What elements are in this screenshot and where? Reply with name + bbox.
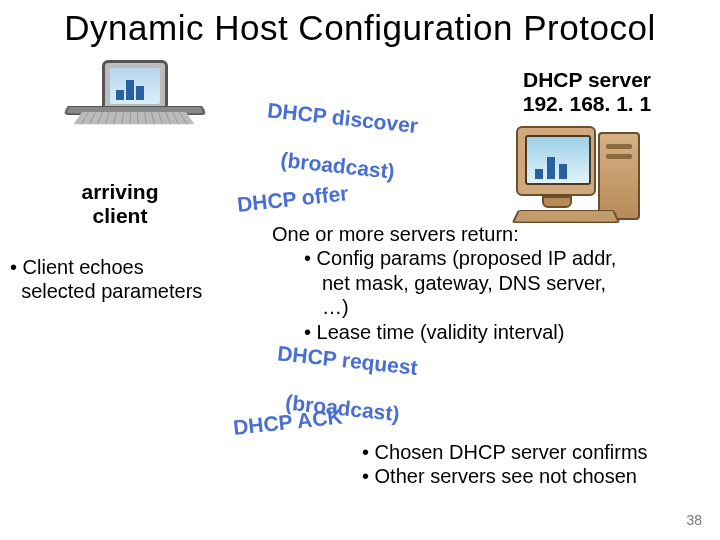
dhcp-server-label: DHCP server 192. 168. 1. 1 xyxy=(502,68,672,116)
text: One or more servers return: xyxy=(272,223,519,245)
bar-icon xyxy=(547,157,555,179)
monitor-screen xyxy=(525,135,591,185)
page-number: 38 xyxy=(686,512,702,528)
laptop-keyboard xyxy=(73,112,194,124)
text: …) xyxy=(322,296,349,318)
text: • Other servers see not chosen xyxy=(362,465,637,487)
ack-confirm-bullets: • Chosen DHCP server confirms • Other se… xyxy=(362,440,712,489)
server-ip: 192. 168. 1. 1 xyxy=(523,92,651,115)
text: (broadcast) xyxy=(280,148,396,183)
offer-return-bullets: One or more servers return: • Config par… xyxy=(272,222,712,344)
bar-icon xyxy=(116,90,124,100)
text: net mask, gateway, DNS server, xyxy=(322,272,606,294)
text: selected parameters xyxy=(21,280,202,302)
bar-icon xyxy=(126,80,134,100)
client-echoes-bullet: • Client echoes selected parameters xyxy=(10,255,230,304)
text: DHCP server xyxy=(523,68,651,91)
bar-icon xyxy=(559,164,567,179)
text: client xyxy=(93,204,148,227)
text: DHCP request xyxy=(276,341,418,379)
slide-title: Dynamic Host Configuration Protocol xyxy=(0,8,720,48)
dhcp-server-graphic xyxy=(516,126,646,236)
text: • Lease time (validity interval) xyxy=(304,321,564,343)
text: arriving xyxy=(81,180,158,203)
laptop-frame xyxy=(102,60,168,112)
monitor-frame xyxy=(516,126,596,196)
text: DHCP discover xyxy=(266,98,419,137)
laptop-screen xyxy=(110,68,160,104)
pc-tower xyxy=(598,132,640,220)
monitor-stand xyxy=(542,196,572,208)
arriving-client-label: arriving client xyxy=(60,180,180,228)
arriving-client-graphic xyxy=(68,60,188,180)
bar-icon xyxy=(535,169,543,179)
bar-icon xyxy=(136,86,144,100)
text: • Config params (proposed IP addr, xyxy=(304,247,616,269)
text: • Client echoes xyxy=(10,256,144,278)
text: • Chosen DHCP server confirms xyxy=(362,441,648,463)
